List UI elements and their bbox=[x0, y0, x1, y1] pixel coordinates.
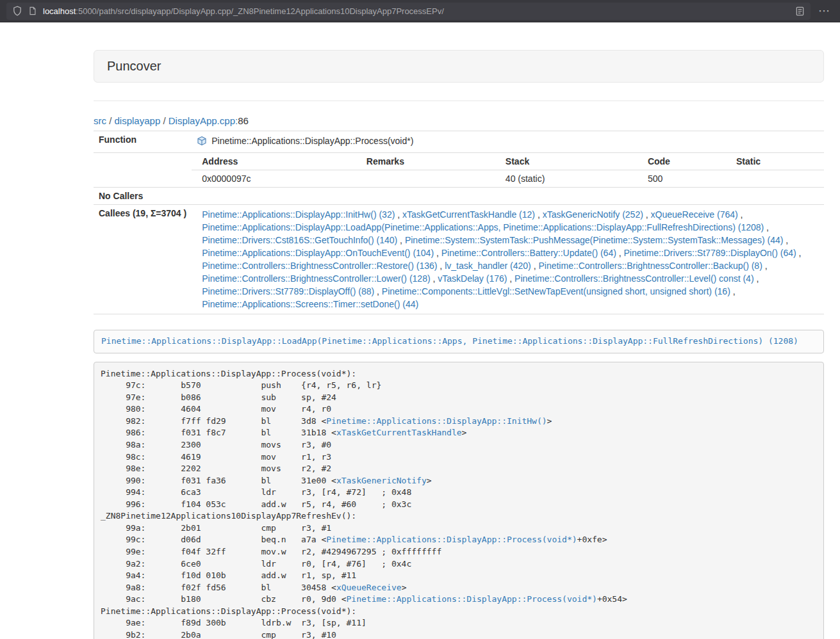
breadcrumb: src / displayapp / DisplayApp.cpp:86 bbox=[94, 115, 824, 126]
divider bbox=[94, 101, 824, 101]
url-host: localhost bbox=[43, 6, 76, 16]
callee-link[interactable]: Pinetime::Applications::DisplayApp::OnTo… bbox=[202, 248, 434, 258]
function-name: Pinetime::Applications::DisplayApp::Proc… bbox=[211, 136, 413, 146]
callee-link[interactable]: Pinetime::Drivers::St7789::DisplayOff() … bbox=[202, 286, 374, 296]
stats-header-stack: Stack bbox=[495, 153, 638, 170]
url-text[interactable]: localhost:5000/path/src/displayapp/Displ… bbox=[43, 6, 789, 16]
callee-link[interactable]: Pinetime::Controllers::BrightnessControl… bbox=[202, 273, 430, 284]
stats-value-remarks bbox=[356, 170, 495, 188]
stats-value-row: 0x0000097c 40 (static) 500 bbox=[192, 170, 824, 188]
callees-list: Pinetime::Applications::DisplayApp::Init… bbox=[192, 205, 824, 314]
stats-row: Address Remarks Stack Code Static 0x0000… bbox=[94, 153, 824, 188]
url-bar[interactable]: localhost:5000/path/src/displayapp/Displ… bbox=[6, 3, 811, 20]
stats-row-label bbox=[94, 153, 192, 188]
symbol-link[interactable]: Pinetime::Applications::DisplayApp::Proc… bbox=[347, 594, 597, 604]
callee-link[interactable]: Pinetime::Controllers::Battery::Update()… bbox=[441, 248, 616, 258]
stats-header-row: Address Remarks Stack Code Static bbox=[192, 153, 824, 170]
callee-link[interactable]: Pinetime::Drivers::Cst816S::GetTouchInfo… bbox=[202, 235, 397, 245]
breadcrumb-link[interactable]: displayapp bbox=[115, 115, 161, 126]
callee-link[interactable]: Pinetime::Applications::DisplayApp::Load… bbox=[202, 222, 764, 232]
page: Puncover src / displayapp / DisplayApp.c… bbox=[0, 22, 840, 639]
content-container: Puncover src / displayapp / DisplayApp.c… bbox=[94, 22, 824, 639]
callers-label: No Callers bbox=[94, 188, 192, 205]
stats-header-remarks: Remarks bbox=[356, 153, 495, 170]
symbol-link[interactable]: Pinetime::Applications::DisplayApp::Init… bbox=[326, 416, 547, 426]
breadcrumb-separator: / bbox=[106, 115, 115, 126]
app-title: Puncover bbox=[107, 59, 161, 73]
symbol-link[interactable]: xTaskGenericNotify bbox=[336, 476, 427, 485]
callee-link[interactable]: Pinetime::System::SystemTask::PushMessag… bbox=[405, 235, 784, 245]
callees-label: Callees (19, Σ=3704 ) bbox=[94, 205, 192, 314]
breadcrumb-separator: / bbox=[160, 115, 169, 126]
function-name-cell: Pinetime::Applications::DisplayApp::Proc… bbox=[192, 131, 824, 153]
stats-value-stack: 40 (static) bbox=[495, 170, 638, 188]
stats-table: Address Remarks Stack Code Static 0x0000… bbox=[192, 153, 824, 187]
callee-link[interactable]: Pinetime::Applications::DisplayApp::Init… bbox=[202, 209, 395, 220]
browser-chrome: localhost:5000/path/src/displayapp/Displ… bbox=[0, 0, 840, 22]
reader-view-icon[interactable] bbox=[795, 6, 805, 16]
function-row: Function Pinetime::Applications::Display… bbox=[94, 131, 824, 153]
callee-link[interactable]: Pinetime::Controllers::BrightnessControl… bbox=[538, 261, 762, 271]
callee-link[interactable]: vTaskDelay (176) bbox=[438, 273, 507, 284]
callee-link[interactable]: Pinetime::Controllers::BrightnessControl… bbox=[202, 261, 437, 271]
function-icon bbox=[197, 136, 207, 149]
stats-header-static: Static bbox=[726, 153, 824, 170]
stats-header-code: Code bbox=[638, 153, 726, 170]
function-table: Function Pinetime::Applications::Display… bbox=[94, 131, 824, 314]
callee-link[interactable]: xQueueReceive (764) bbox=[651, 209, 738, 220]
stats-header-address: Address bbox=[192, 153, 356, 170]
disassembly-code: Pinetime::Applications::DisplayApp::Proc… bbox=[101, 369, 627, 639]
callee-link[interactable]: Pinetime::Components::LittleVgl::SetNewT… bbox=[382, 286, 730, 296]
page-proxy-icon bbox=[28, 6, 37, 15]
callee-link[interactable]: xTaskGenericNotify (252) bbox=[543, 209, 643, 220]
symbol-link[interactable]: xQueueReceive bbox=[336, 583, 402, 592]
stats-value-static bbox=[726, 170, 824, 188]
url-path: :5000/path/src/displayapp/DisplayApp.cpp… bbox=[76, 6, 444, 16]
callee-link[interactable]: xTaskGetCurrentTaskHandle (12) bbox=[402, 209, 535, 220]
callee-link[interactable]: Pinetime::Applications::Screens::Timer::… bbox=[202, 299, 418, 309]
app-title-panel: Puncover bbox=[94, 50, 824, 83]
disassembly: Pinetime::Applications::DisplayApp::Proc… bbox=[94, 362, 824, 639]
breadcrumb-link[interactable]: src bbox=[94, 115, 106, 126]
callers-row: No Callers bbox=[94, 188, 824, 205]
highlighted-callee-link[interactable]: Pinetime::Applications::DisplayApp::Load… bbox=[101, 336, 798, 346]
browser-menu-button[interactable]: ⋯ bbox=[814, 5, 834, 17]
breadcrumb-text: 86 bbox=[238, 115, 249, 126]
symbol-link[interactable]: xTaskGetCurrentTaskHandle bbox=[336, 428, 462, 437]
stats-value-code: 500 bbox=[638, 170, 726, 188]
callee-link[interactable]: Pinetime::Controllers::BrightnessControl… bbox=[515, 273, 754, 284]
callee-link[interactable]: lv_task_handler (420) bbox=[445, 261, 531, 271]
breadcrumb-link[interactable]: DisplayApp.cpp: bbox=[169, 115, 238, 126]
function-row-label: Function bbox=[94, 131, 192, 153]
stats-cell: Address Remarks Stack Code Static 0x0000… bbox=[192, 153, 824, 188]
stats-value-address: 0x0000097c bbox=[192, 170, 356, 188]
callers-cell bbox=[192, 188, 824, 205]
highlighted-callee: Pinetime::Applications::DisplayApp::Load… bbox=[94, 330, 824, 353]
tracking-protection-shield-icon[interactable] bbox=[12, 6, 22, 16]
callees-row: Callees (19, Σ=3704 ) Pinetime::Applicat… bbox=[94, 205, 824, 314]
callee-link[interactable]: Pinetime::Drivers::St7789::DisplayOn() (… bbox=[624, 248, 796, 258]
symbol-link[interactable]: Pinetime::Applications::DisplayApp::Proc… bbox=[326, 535, 577, 544]
